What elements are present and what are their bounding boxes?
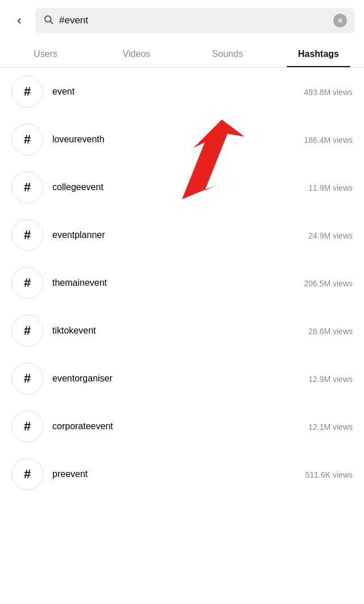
result-name: eventorganiser	[52, 373, 299, 384]
hashtag-symbol: #	[24, 180, 31, 195]
hashtag-circle: #	[11, 410, 43, 442]
result-name: eventplanner	[52, 230, 299, 240]
hashtag-symbol: #	[24, 371, 31, 386]
hashtag-circle: #	[11, 267, 43, 299]
hashtag-circle: #	[11, 76, 43, 108]
search-icon	[43, 14, 53, 27]
back-button[interactable]: ‹	[9, 10, 30, 31]
result-item[interactable]: # collegeevent 11.9M views	[0, 163, 364, 211]
result-item[interactable]: # loveureventh 186.4M views	[0, 116, 364, 163]
hashtag-symbol: #	[24, 419, 31, 434]
result-views: 12.9M views	[308, 375, 353, 384]
hashtag-circle: #	[11, 124, 43, 155]
tab-users[interactable]: Users	[0, 41, 91, 67]
result-views: 12.1M views	[308, 422, 353, 432]
result-name: tiktokevent	[52, 326, 299, 336]
hashtag-circle: #	[11, 219, 43, 251]
result-views: 511.6K views	[305, 470, 353, 479]
results-list: # event 493.8M views # loveureventh 186.…	[0, 68, 364, 498]
result-name: loveureventh	[52, 134, 295, 145]
hashtag-symbol: #	[24, 84, 31, 99]
result-item[interactable]: # event 493.8M views	[0, 68, 364, 116]
clear-icon: ×	[338, 17, 342, 24]
result-item[interactable]: # preevent 511.6K views	[0, 450, 364, 498]
result-views: 24.9M views	[308, 231, 353, 240]
result-name: preevent	[52, 469, 296, 479]
result-name: collegeevent	[52, 182, 299, 192]
back-icon: ‹	[17, 13, 21, 28]
hashtag-circle: #	[11, 363, 43, 395]
hashtag-circle: #	[11, 171, 43, 203]
hashtag-circle: #	[11, 315, 43, 347]
result-item[interactable]: # corporateevent 12.1M views	[0, 402, 364, 450]
result-item[interactable]: # tiktokevent 28.6M views	[0, 307, 364, 355]
result-item[interactable]: # eventplanner 24.9M views	[0, 211, 364, 259]
tabs-container: Users Videos Sounds Hashtags	[0, 41, 364, 68]
hashtag-symbol: #	[24, 276, 31, 290]
result-views: 186.4M views	[304, 135, 353, 145]
hashtag-symbol: #	[24, 323, 31, 338]
svg-line-1	[50, 21, 52, 23]
tab-hashtags[interactable]: Hashtags	[273, 41, 364, 67]
result-item[interactable]: # eventorganiser 12.9M views	[0, 355, 364, 402]
search-bar-container: ‹ ×	[0, 0, 364, 41]
tab-videos[interactable]: Videos	[91, 41, 182, 67]
search-input-wrapper: ×	[35, 8, 355, 33]
result-name: themainevent	[52, 278, 295, 288]
result-name: corporateevent	[52, 421, 299, 432]
search-input[interactable]	[59, 15, 328, 26]
result-views: 206.5M views	[304, 279, 353, 288]
result-views: 493.8M views	[304, 88, 353, 97]
result-views: 28.6M views	[308, 327, 353, 336]
hashtag-symbol: #	[24, 132, 31, 147]
hashtag-symbol: #	[24, 228, 31, 243]
result-views: 11.9M views	[308, 183, 353, 192]
result-name: event	[52, 87, 295, 97]
result-item[interactable]: # themainevent 206.5M views	[0, 259, 364, 307]
clear-button[interactable]: ×	[333, 14, 347, 27]
tab-sounds[interactable]: Sounds	[182, 41, 273, 67]
hashtag-symbol: #	[24, 467, 31, 482]
hashtag-circle: #	[11, 458, 43, 490]
